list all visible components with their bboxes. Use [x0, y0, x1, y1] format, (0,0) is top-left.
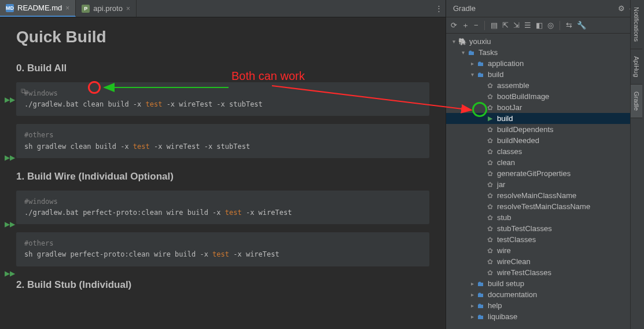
markdown-icon: MD: [6, 4, 14, 12]
gear-icon: ✿: [485, 104, 495, 112]
tree-build-setup[interactable]: ▸🖿build setup: [446, 278, 644, 289]
tree-root[interactable]: ▾🐘youxiu: [446, 36, 644, 47]
gradle-task-build[interactable]: ▶build: [446, 113, 644, 124]
tree-label: Tasks: [479, 48, 498, 57]
gear-icon: ✿: [485, 214, 495, 222]
strip-notifications[interactable]: Notifications: [631, 0, 642, 49]
copy-icon[interactable]: ⧉: [21, 86, 26, 97]
gradle-task-bootJar[interactable]: ✿bootJar: [446, 102, 644, 113]
section-heading: 0. Build All: [16, 63, 429, 74]
code-line: sh gradlew clean build -x test -x wireTe…: [24, 141, 421, 152]
gradle-task-assemble[interactable]: ✿assemble: [446, 80, 644, 91]
tree-label: build: [497, 114, 513, 123]
elephant-icon: 🐘: [458, 38, 467, 46]
tree-label: bootBuildImage: [497, 92, 549, 101]
tree-build-folder[interactable]: ▾🖿build: [446, 69, 644, 80]
gear-icon: ✿: [485, 247, 495, 255]
gear-icon: ✿: [485, 181, 495, 189]
code-line: sh gradlew perfect-proto:clean wire buil…: [24, 249, 421, 260]
tree-label: stubTestClasses: [497, 224, 552, 233]
strip-gradle[interactable]: Gradle: [631, 85, 642, 118]
folder-icon: 🖿: [476, 60, 485, 68]
folder-icon: 🖿: [467, 49, 476, 57]
gradle-toolbar: ⟳ ＋ − ▤ ⇱ ⇲ ☰ ◧ ◎ ⇆ 🔧: [446, 17, 644, 34]
run-gutter-icon[interactable]: ▶▶: [5, 96, 15, 104]
folder-icon: 🖿: [476, 313, 485, 321]
tab-label: README.md: [17, 3, 62, 12]
gear-icon[interactable]: ⚙: [618, 4, 625, 13]
tree-label: buildNeeded: [497, 136, 539, 145]
close-icon[interactable]: ×: [65, 4, 69, 12]
code-line: ./gradlew.bat clean build -x test -x wir…: [24, 99, 421, 110]
gradle-task-buildDependents[interactable]: ✿buildDependents: [446, 124, 644, 135]
run-gutter-icon[interactable]: ▶▶: [5, 220, 15, 228]
tree-documentation[interactable]: ▸🖿documentation: [446, 289, 644, 300]
gradle-task-buildNeeded[interactable]: ✿buildNeeded: [446, 135, 644, 146]
gradle-tree[interactable]: ▾🐘youxiu▾🖿Tasks▸🖿application▾🖿build✿asse…: [446, 34, 644, 329]
gradle-task-clean[interactable]: ✿clean: [446, 157, 644, 168]
tree-application[interactable]: ▸🖿application: [446, 58, 644, 69]
gradle-task-classes[interactable]: ✿classes: [446, 146, 644, 157]
section-heading: 1. Build Wire (Individual Optional): [16, 171, 429, 182]
gear-icon: ✿: [485, 126, 495, 134]
collapse-all-icon[interactable]: ⇱: [502, 21, 509, 30]
settings-icon[interactable]: ⇆: [566, 21, 572, 30]
tree-label: application: [488, 59, 524, 68]
gradle-task-jar[interactable]: ✿jar: [446, 179, 644, 190]
tab-readme[interactable]: MD README.md ×: [0, 0, 76, 17]
doc-title: Quick Build: [16, 28, 429, 46]
run-gutter-icon[interactable]: ▶▶: [5, 153, 15, 162]
gear-icon: ✿: [485, 269, 495, 277]
folder-icon: 🖿: [476, 71, 485, 79]
tree-label: resolveMainClassName: [497, 191, 576, 200]
tree-liquibase[interactable]: ▸🖿liquibase: [446, 311, 644, 322]
gradle-task-resolveMainClassName[interactable]: ✿resolveMainClassName: [446, 190, 644, 201]
gear-icon: ✿: [485, 93, 495, 101]
strip-apihug[interactable]: ApiHug: [631, 49, 642, 85]
tree-arrow-icon: ▾: [450, 38, 458, 45]
code-block: ⧉ #windows ./gradlew.bat clean build -x …: [16, 82, 429, 116]
gradle-task-resolveTestMainClassName[interactable]: ✿resolveTestMainClassName: [446, 201, 644, 212]
expand-all-icon[interactable]: ▤: [491, 21, 498, 30]
code-block: #others sh gradlew clean build -x test -…: [16, 124, 429, 158]
gradle-task-stubTestClasses[interactable]: ✿stubTestClasses: [446, 223, 644, 234]
folder-icon: 🖿: [476, 280, 485, 288]
gradle-task-wireTestClasses[interactable]: ✿wireTestClasses: [446, 267, 644, 278]
tree-icon[interactable]: ⇲: [513, 21, 520, 30]
tree-arrow-icon: ▸: [468, 302, 476, 309]
close-icon[interactable]: ×: [126, 5, 130, 13]
gradle-task-bootBuildImage[interactable]: ✿bootBuildImage: [446, 91, 644, 102]
add-icon[interactable]: ＋: [462, 20, 469, 31]
dependencies-icon[interactable]: ◧: [536, 21, 543, 30]
editor-content: Quick Build 0. Build All ⧉ #windows ./gr…: [0, 17, 446, 329]
code-comment: #windows: [24, 196, 421, 207]
tab-label: api.proto: [93, 4, 123, 13]
folder-icon: 🖿: [476, 302, 485, 310]
gradle-task-wire[interactable]: ✿wire: [446, 245, 644, 256]
tree-icon[interactable]: ☰: [524, 21, 531, 30]
tab-more-icon[interactable]: ⋮: [432, 0, 446, 17]
code-comment: #others: [24, 238, 421, 249]
tree-label: wireClean: [497, 257, 531, 266]
gradle-task-testClasses[interactable]: ✿testClasses: [446, 234, 644, 245]
tree-label: documentation: [488, 290, 537, 299]
tree-label: help: [488, 301, 502, 310]
gear-icon: ✿: [485, 203, 495, 211]
code-line: ./gradlew.bat perfect-proto:clean wire b…: [24, 207, 421, 218]
analyze-icon[interactable]: ◎: [547, 21, 554, 30]
tree-arrow-icon: ▸: [468, 60, 476, 67]
gear-icon: ✿: [485, 159, 495, 167]
gradle-panel-header: Gradle ⚙ —: [446, 0, 644, 17]
tree-label: liquibase: [488, 312, 517, 321]
tree-tasks[interactable]: ▾🖿Tasks: [446, 47, 644, 58]
wrench-icon[interactable]: 🔧: [577, 21, 586, 30]
refresh-icon[interactable]: ⟳: [451, 21, 457, 30]
gradle-task-stub[interactable]: ✿stub: [446, 212, 644, 223]
gradle-task-generateGitProperties[interactable]: ✿generateGitProperties: [446, 168, 644, 179]
tree-label: stub: [497, 213, 511, 222]
remove-icon[interactable]: −: [474, 21, 479, 30]
run-gutter-icon[interactable]: ▶▶: [5, 269, 15, 277]
tab-api-proto[interactable]: P api.proto ×: [76, 0, 137, 17]
gradle-task-wireClean[interactable]: ✿wireClean: [446, 256, 644, 267]
tree-help[interactable]: ▸🖿help: [446, 300, 644, 311]
